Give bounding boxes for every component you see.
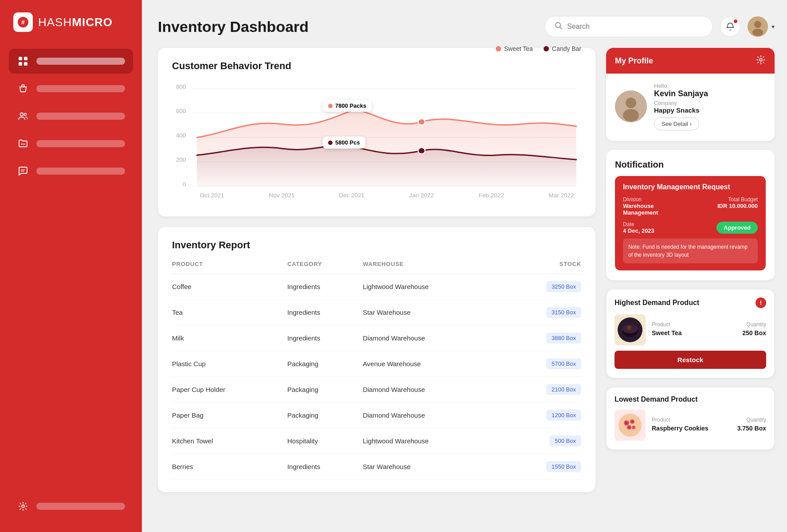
svg-point-51 (628, 426, 630, 429)
alert-icon: ! (756, 297, 766, 308)
tooltip-sweet-tea: 7800 Packs (323, 100, 372, 112)
notif-grid: Division Warehouse Management Total Budg… (623, 196, 758, 216)
highest-demand-values: Sweet Tea 250 Box (652, 329, 766, 336)
cell-stock-7: 1550 Box (505, 454, 581, 480)
cell-category-7: Ingredients (287, 454, 363, 480)
cell-warehouse-1: Star Warehouse (363, 300, 505, 325)
cell-stock-5: 1200 Box (505, 403, 581, 428)
sidebar-item-inventory[interactable] (9, 49, 133, 74)
svg-text:Oct 2021: Oct 2021 (200, 192, 224, 199)
search-icon (555, 22, 563, 31)
chart-legend: Sweet Tea Candy Bar (496, 45, 581, 52)
highest-demand-card: Highest Demand Product ! (606, 289, 775, 378)
table-card: Inventory Report PRODUCT CATEGORY WAREHO… (158, 227, 595, 492)
highest-product-label: Product (652, 321, 670, 328)
svg-point-48 (632, 426, 635, 429)
cell-product-0: Coffee (172, 274, 287, 300)
chevron-down-icon: ▾ (771, 23, 775, 30)
search-box[interactable] (544, 16, 713, 37)
svg-rect-3 (24, 57, 27, 60)
cell-category-6: Hospitality (287, 428, 363, 454)
svg-point-43 (626, 327, 632, 331)
logo: # HASHMICRO (0, 0, 142, 44)
svg-text:Jan 2022: Jan 2022 (409, 192, 434, 199)
cell-warehouse-0: Lightwood Warehouse (363, 274, 505, 300)
notification-section: Notification Inventory Management Reques… (606, 150, 775, 280)
folder-icon (17, 137, 29, 150)
profile-company: Happy Snacks (654, 106, 766, 114)
table-row: Paper Bag Packaging Diamond Warehouse 12… (172, 403, 581, 428)
grid-icon (17, 55, 29, 67)
sidebar-item-users[interactable] (9, 104, 133, 129)
tooltip-sweet-tea-dot (328, 104, 333, 108)
profile-card: My Profile (606, 48, 775, 141)
col-stock: STOCK (505, 261, 581, 274)
lowest-demand-image (615, 410, 646, 441)
sidebar-item-shop[interactable] (9, 76, 133, 101)
profile-card-title: My Profile (615, 56, 653, 66)
restock-button[interactable]: Restock (615, 351, 766, 369)
sidebar-item-folder[interactable] (9, 131, 133, 156)
cell-stock-0: 3250 Box (505, 274, 581, 300)
svg-point-49 (625, 422, 628, 424)
highest-quantity-label: Quantity (746, 321, 766, 328)
notification-button[interactable] (720, 16, 740, 37)
chart-card: Customer Behavior Trend Sweet Tea Candy … (158, 48, 595, 216)
avatar-button[interactable]: ▾ (748, 16, 775, 37)
lowest-demand-body: Product Quantity Raspberry Cookies 3.750… (615, 410, 766, 441)
sidebar-item-settings[interactable] (9, 494, 133, 519)
tooltip-candy-bar-dot (328, 141, 333, 145)
bag-icon (17, 82, 29, 95)
highest-product-value: Sweet Tea (652, 329, 681, 336)
logo-icon: # (13, 12, 33, 32)
svg-point-33 (418, 119, 425, 125)
svg-point-44 (619, 414, 642, 437)
legend-candy-bar: Candy Bar (544, 45, 581, 52)
notif-date-block: Date 4 Dec, 2023 (623, 221, 654, 234)
logo-hash: HASH (38, 16, 72, 29)
cell-product-2: Milk (172, 325, 287, 351)
sidebar-item-chat[interactable] (9, 159, 133, 184)
table-row: Tea Ingredients Star Warehouse 3150 Box (172, 300, 581, 325)
tooltip-candy-bar: 5800 Pcs (323, 137, 365, 149)
settings-icon (17, 500, 29, 512)
svg-text:400: 400 (176, 133, 186, 139)
main-content: Inventory Dashboard (142, 0, 787, 532)
svg-text:200: 200 (176, 157, 186, 163)
cell-stock-1: 3150 Box (505, 300, 581, 325)
svg-point-11 (22, 505, 24, 508)
notif-note-text: Note: Fund is needed for the management … (628, 244, 748, 258)
header: Inventory Dashboard (158, 16, 775, 37)
profile-body: Hello, Kevin Sanjaya Company Happy Snack… (606, 74, 775, 141)
highest-demand-image (615, 314, 646, 345)
cell-category-4: Packaging (287, 377, 363, 403)
legend-sweet-tea-label: Sweet Tea (504, 45, 533, 52)
svg-point-16 (752, 29, 763, 36)
highest-quantity-value: 250 Box (742, 329, 766, 336)
svg-rect-5 (24, 62, 27, 66)
cell-category-0: Ingredients (287, 274, 363, 300)
candy-bar-dot (544, 46, 549, 51)
highest-demand-row: Product Quantity (652, 321, 766, 328)
svg-text:600: 600 (176, 108, 186, 114)
notification-title: Notification (615, 160, 766, 170)
lowest-demand-info: Product Quantity Raspberry Cookies 3.750… (652, 417, 766, 434)
lowest-demand-header: Lowest Demand Product (615, 395, 766, 403)
svg-point-6 (20, 113, 23, 116)
search-input[interactable] (567, 23, 703, 31)
cell-stock-3: 5700 Box (505, 351, 581, 377)
cell-warehouse-4: Diamond Warehouse (363, 377, 505, 403)
profile-gear-icon[interactable] (756, 55, 766, 66)
chart-wrapper: 800 600 400 200 0 Oct 2021 Nov 2021 (172, 80, 581, 204)
table-row: Kitchen Towel Hospitality Lightwood Ware… (172, 428, 581, 454)
profile-hello: Hello, (654, 82, 766, 89)
svg-point-50 (631, 421, 634, 423)
svg-point-34 (418, 148, 425, 154)
sweet-tea-dot (496, 46, 501, 51)
cell-product-7: Berries (172, 454, 287, 480)
table-row: Milk Ingredients Diamond Warehouse 3880 … (172, 325, 581, 351)
sidebar-item-inventory-label (36, 58, 125, 65)
table-title: Inventory Report (172, 239, 581, 251)
sidebar-bottom-label (36, 503, 125, 510)
see-detail-button[interactable]: See Detail › (654, 117, 699, 130)
